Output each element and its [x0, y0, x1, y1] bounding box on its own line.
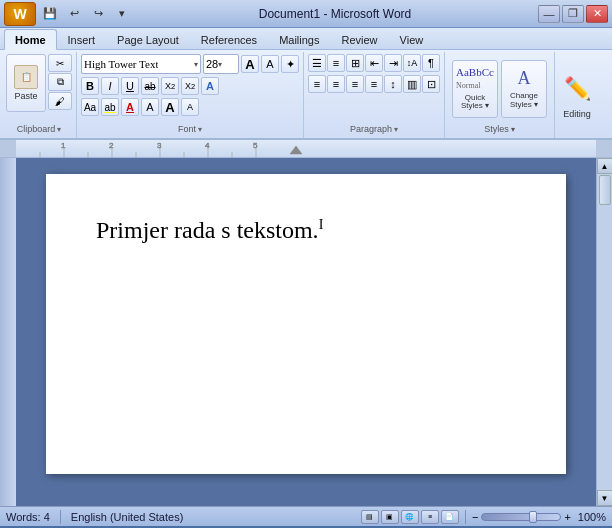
tab-mailings[interactable]: Mailings — [268, 29, 330, 49]
bullets-button[interactable]: ☰ — [308, 54, 326, 72]
subscript-button[interactable]: X2 — [161, 77, 179, 95]
justify-button[interactable]: ≡ — [365, 75, 383, 93]
clipboard-small-buttons: ✂ ⧉ 🖌 — [48, 54, 72, 110]
font-color3-button[interactable]: A — [161, 98, 179, 116]
center-button[interactable]: ≡ — [327, 75, 345, 93]
font-color-button[interactable]: A — [121, 98, 139, 116]
tab-page-layout[interactable]: Page Layout — [106, 29, 190, 49]
bold-button[interactable]: B — [81, 77, 99, 95]
show-hide-button[interactable]: ¶ — [422, 54, 440, 72]
numbering-button[interactable]: ≡ — [327, 54, 345, 72]
ruler-right-cap — [596, 140, 612, 157]
save-button[interactable]: 💾 — [40, 5, 60, 23]
zoom-level: 100% — [578, 511, 606, 523]
quick-styles-icon: AaBbCcNormal — [456, 66, 494, 91]
increase-indent-button[interactable]: ⇥ — [384, 54, 402, 72]
scroll-up-button[interactable]: ▲ — [597, 158, 613, 174]
zoom-thumb[interactable] — [529, 511, 537, 523]
document-text[interactable]: Primjer rada s tekstom.I — [96, 214, 516, 248]
title-bar-left: W 💾 ↩ ↪ ▾ — [4, 2, 132, 26]
copy-button[interactable]: ⧉ — [48, 73, 72, 91]
font-expand-icon[interactable]: ▾ — [198, 125, 202, 134]
paste-icon: 📋 — [14, 65, 38, 89]
font-size3-button[interactable]: A — [181, 98, 199, 116]
ruler-main: 1 2 3 4 5 — [16, 140, 596, 157]
paragraph-expand-icon[interactable]: ▾ — [394, 125, 398, 134]
line-spacing-button[interactable]: ↕ — [384, 75, 402, 93]
text-effects-button[interactable]: A — [201, 77, 219, 95]
font-size-dropdown[interactable]: 28 ▾ — [203, 54, 239, 74]
clipboard-expand-icon[interactable]: ▾ — [57, 125, 61, 134]
status-divider2 — [465, 510, 466, 524]
text-highlight-button[interactable]: ab — [101, 98, 119, 116]
shrink-font-button[interactable]: A — [261, 55, 279, 73]
shading-button[interactable]: ▥ — [403, 75, 421, 93]
sort-button[interactable]: ↕A — [403, 54, 421, 72]
change-styles-label: ChangeStyles ▾ — [510, 92, 538, 110]
close-button[interactable]: ✕ — [586, 5, 608, 23]
change-case-button[interactable]: Aa — [81, 98, 99, 116]
draft-button[interactable]: 📄 — [441, 510, 459, 524]
para-row1: ☰ ≡ ⊞ ⇤ ⇥ ↕A ¶ — [308, 54, 440, 72]
full-reading-button[interactable]: ▣ — [381, 510, 399, 524]
document-page: Primjer rada s tekstom.I — [46, 174, 566, 474]
redo-button[interactable]: ↪ — [88, 5, 108, 23]
office-button[interactable]: W — [4, 2, 36, 26]
outline-button[interactable]: ≡ — [421, 510, 439, 524]
strikethrough-button[interactable]: ab — [141, 77, 159, 95]
cut-button[interactable]: ✂ — [48, 54, 72, 72]
tab-insert[interactable]: Insert — [57, 29, 107, 49]
svg-text:5: 5 — [253, 141, 258, 150]
document-scroll-area[interactable]: Primjer rada s tekstom.I — [16, 158, 596, 506]
print-layout-button[interactable]: ▤ — [361, 510, 379, 524]
undo-button[interactable]: ↩ — [64, 5, 84, 23]
quick-styles-button[interactable]: AaBbCcNormal QuickStyles ▾ — [452, 60, 498, 118]
scroll-thumb[interactable] — [599, 175, 611, 205]
border-button[interactable]: ⊡ — [422, 75, 440, 93]
font-name-dropdown[interactable]: High Tower Text ▾ — [81, 54, 201, 74]
status-right: ▤ ▣ 🌐 ≡ 📄 − + 100% — [361, 510, 606, 524]
superscript-button[interactable]: X2 — [181, 77, 199, 95]
zoom-in-button[interactable]: + — [564, 511, 570, 523]
web-layout-button[interactable]: 🌐 — [401, 510, 419, 524]
customize-button[interactable]: ▾ — [112, 5, 132, 23]
scroll-track[interactable] — [598, 174, 612, 490]
zoom-slider[interactable]: − + — [472, 511, 571, 523]
paste-button[interactable]: 📋 Paste — [6, 54, 46, 112]
styles-expand-icon[interactable]: ▾ — [511, 125, 515, 134]
vertical-scrollbar[interactable]: ▲ ▼ — [596, 158, 612, 506]
align-right-button[interactable]: ≡ — [346, 75, 364, 93]
restore-button[interactable]: ❐ — [562, 5, 584, 23]
zoom-track[interactable] — [481, 513, 561, 521]
decrease-indent-button[interactable]: ⇤ — [365, 54, 383, 72]
grow-font-button[interactable]: A — [241, 55, 259, 73]
paragraph-label: Paragraph ▾ — [308, 123, 440, 136]
font-content: High Tower Text ▾ 28 ▾ A A ✦ B I U ab X2… — [81, 54, 299, 123]
tab-home[interactable]: Home — [4, 29, 57, 50]
change-styles-button[interactable]: A ChangeStyles ▾ — [501, 60, 547, 118]
styles-content: AaBbCcNormal QuickStyles ▾ A ChangeStyle… — [452, 54, 547, 123]
scroll-down-button[interactable]: ▼ — [597, 490, 613, 506]
align-left-button[interactable]: ≡ — [308, 75, 326, 93]
font-color2-button[interactable]: A — [141, 98, 159, 116]
multilevel-button[interactable]: ⊞ — [346, 54, 364, 72]
minimize-button[interactable]: — — [538, 5, 560, 23]
paragraph-content: ☰ ≡ ⊞ ⇤ ⇥ ↕A ¶ ≡ ≡ ≡ ≡ ↕ ▥ ⊡ — [308, 54, 440, 123]
svg-rect-0 — [16, 140, 596, 157]
cursor-indicator: I — [319, 217, 324, 232]
font-name-arrow: ▾ — [194, 60, 198, 69]
svg-text:2: 2 — [109, 141, 114, 150]
tab-references[interactable]: References — [190, 29, 268, 49]
view-buttons: ▤ ▣ 🌐 ≡ 📄 — [361, 510, 459, 524]
format-painter-button[interactable]: 🖌 — [48, 92, 72, 110]
tab-review[interactable]: Review — [330, 29, 388, 49]
zoom-out-button[interactable]: − — [472, 511, 478, 523]
editing-label: Editing — [563, 109, 591, 119]
underline-button[interactable]: U — [121, 77, 139, 95]
tab-view[interactable]: View — [389, 29, 435, 49]
font-label: Font ▾ — [81, 123, 299, 136]
font-row2: B I U ab X2 X2 A — [81, 77, 219, 95]
clear-format-button[interactable]: ✦ — [281, 55, 299, 73]
ribbon: 📋 Paste ✂ ⧉ 🖌 Clipboard ▾ High Tower Tex… — [0, 50, 612, 140]
italic-button[interactable]: I — [101, 77, 119, 95]
